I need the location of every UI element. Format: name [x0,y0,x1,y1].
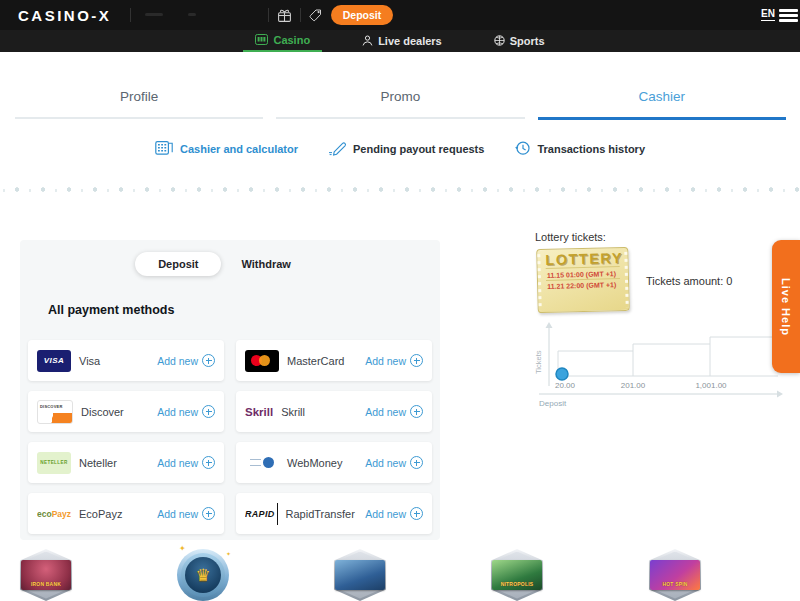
account-tabs: Profile Promo Cashier [15,75,786,120]
neteller-logo-icon: NETELLER [37,452,71,474]
bonus-tag-icon[interactable] [308,8,323,23]
rapidtransfer-logo-icon: RAPID [245,503,278,525]
add-new-link[interactable]: Add new [157,507,215,520]
top-bar: CASINO-X Deposit EN [0,0,800,30]
payment-methods-panel: Deposit Withdraw All payment methods VIS… [20,240,440,540]
subnav-label: Transactions history [537,143,645,155]
header-balance-placeholder [145,13,163,16]
add-new-label: Add new [365,406,406,418]
lottery-ticket-image: LOTTERY 11.15 01:00 (GMT +1) 11.21 22:00… [536,247,630,313]
webmoney-logo-icon [245,452,279,474]
subnav-transactions-history[interactable]: Transactions history [514,140,645,158]
live-help-tab[interactable]: Live Help [772,240,800,373]
nav-label: Casino [273,34,310,46]
payment-method-name: RapidTransfer [286,508,355,520]
payment-cards-grid: VISA Visa Add new MasterCard Add new DIS… [28,340,432,534]
menu-hamburger-icon[interactable] [779,9,798,22]
payment-method-name: WebMoney [287,457,342,469]
language-selector[interactable]: EN [761,8,775,21]
badge-picture: ♛ [185,557,221,593]
add-new-label: Add new [157,508,198,520]
subnav-label: Cashier and calculator [180,143,298,155]
payment-method-name: MasterCard [287,355,344,367]
ecopayz-logo-icon: ecoPayz [37,503,71,525]
pencil-icon [328,140,347,158]
live-dealers-person-icon [362,35,373,48]
add-new-label: Add new [157,457,198,469]
nav-item-casino[interactable]: Casino [243,30,322,52]
main-nav: Casino Live dealers Sports [0,30,800,52]
tab-promo[interactable]: Promo [276,75,524,119]
plus-circle-icon [410,405,423,418]
payment-method-name: Neteller [79,457,117,469]
add-new-link[interactable]: Add new [365,507,423,520]
tickets-amount-text: Tickets amount: 0 [646,275,732,287]
payment-methods-heading: All payment methods [48,303,174,317]
add-new-label: Add new [365,508,406,520]
payment-card-webmoney: WebMoney Add new [236,442,432,483]
add-new-link[interactable]: Add new [157,456,215,469]
achievement-badge-crown[interactable]: ♛ ✦ ✦ [177,549,229,601]
add-new-link[interactable]: Add new [157,405,215,418]
x-tick-label: 1,001.00 [695,381,727,390]
x-axis-label: Deposit [539,399,567,408]
plus-circle-icon [202,507,215,520]
gift-icon[interactable] [277,8,292,23]
add-new-link[interactable]: Add new [365,405,423,418]
nav-item-live-dealers[interactable]: Live dealers [350,30,454,52]
tab-profile[interactable]: Profile [15,75,263,119]
achievement-badge-iron-bank[interactable]: IRON BANK [20,549,72,601]
toggle-withdraw[interactable]: Withdraw [227,252,304,276]
payment-method-name: Discover [81,406,124,418]
badge-picture: NITROPOLIS [492,560,542,590]
plus-circle-icon [202,354,215,367]
payment-card-neteller: NETELLER Neteller Add new [28,442,224,483]
plus-circle-icon [202,405,215,418]
add-new-link[interactable]: Add new [157,354,215,367]
payment-card-discover: DISCOVER Discover Add new [28,391,224,432]
current-deposit-point [556,368,568,380]
dotted-divider [0,185,800,192]
history-clock-icon [514,140,531,158]
achievement-badge-warrior[interactable] [334,549,386,601]
badge-label: HOT SPIN [662,581,687,587]
payment-method-name: Visa [79,355,100,367]
achievement-badge-hot-spin[interactable]: HOT SPIN [649,549,701,601]
add-new-label: Add new [365,355,406,367]
add-new-label: Add new [365,457,406,469]
cashier-subnav: Cashier and calculator Pending payout re… [0,140,800,158]
deposit-button[interactable]: Deposit [331,5,393,25]
plus-circle-icon [410,507,423,520]
tab-cashier[interactable]: Cashier [538,75,786,120]
nav-label: Live dealers [378,35,442,47]
plus-circle-icon [202,456,215,469]
casino-x-logo[interactable]: CASINO-X [18,7,111,24]
tickets-deposit-chart: 20.00 201.00 1,001.00 Deposit Tickets [531,316,789,412]
y-axis-label: Tickets [534,350,543,374]
toggle-deposit[interactable]: Deposit [135,252,221,276]
nav-item-sports[interactable]: Sports [482,30,557,52]
payment-method-name: EcoPayz [79,508,122,520]
crown-icon: ♛ [195,567,210,584]
badge-picture: IRON BANK [21,560,71,590]
mastercard-logo-icon [245,350,279,372]
subnav-pending-payouts[interactable]: Pending payout requests [328,140,484,158]
x-tick-label: 20.00 [555,381,576,390]
subnav-cashier-calculator[interactable]: Cashier and calculator [155,140,298,158]
add-new-link[interactable]: Add new [365,354,423,367]
lottery-tickets-title: Lottery tickets: [535,231,606,243]
live-help-label: Live Help [780,278,792,336]
header-divider [268,8,269,22]
payment-method-name: Skrill [281,406,305,418]
achievement-badge-nitropolis[interactable]: NITROPOLIS [491,549,543,601]
subnav-label: Pending payout requests [353,143,484,155]
payment-card-skrill: Skrill Skrill Add new [236,391,432,432]
sparkle-icon: ✦ [179,545,186,553]
add-new-label: Add new [157,355,198,367]
payment-card-ecopayz: ecoPayz EcoPayz Add new [28,493,224,534]
skrill-logo-icon: Skrill [245,401,273,423]
sports-ball-icon [494,35,505,48]
nav-label: Sports [510,35,545,47]
badge-label: IRON BANK [31,581,61,587]
add-new-link[interactable]: Add new [365,456,423,469]
